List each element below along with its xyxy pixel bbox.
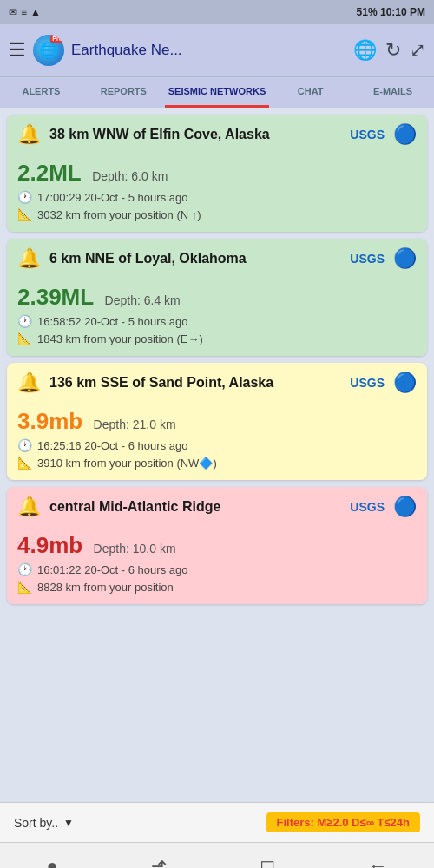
time-1: 17:00:29 20-Oct - 5 hours ago <box>37 191 187 204</box>
tab-emails[interactable]: E-MAILS <box>352 77 434 108</box>
header: ☰ 🌐 Pro Earthquake Ne... 🌐 ↻ ⤢ <box>0 24 434 76</box>
earthquake-card-1[interactable]: 🔔 38 km WNW of Elfin Cove, Alaska USGS 🔵… <box>7 115 427 232</box>
magnitude-1: 2.2ML <box>17 160 82 186</box>
tab-bar: ALERTS REPORTS SEISMIC NETWORKS CHAT E-M… <box>0 76 434 108</box>
earthquake-alert-icon-1: 🔔 <box>17 123 41 146</box>
sort-label: Sort by.. <box>14 816 58 830</box>
earthquake-list: 🔔 38 km WNW of Elfin Cove, Alaska USGS 🔵… <box>0 108 434 802</box>
sort-filter-bar: Sort by.. ▼ Filters: M≥2.0 D≤∞ T≤24h <box>0 802 434 842</box>
time-4: 16:01:22 20-Oct - 6 hours ago <box>37 563 187 576</box>
distance-3: 3910 km from your position (NW🔷) <box>37 457 217 470</box>
depth-2: Depth: 6.4 km <box>105 293 181 307</box>
location-icon-4: 📐 <box>17 580 32 594</box>
clock-icon-3: 🕐 <box>17 438 32 452</box>
clock-icon-1: 🕐 <box>17 190 32 204</box>
earthquake-title-3: 136 km SSE of Sand Point, Alaska <box>49 375 341 391</box>
earthquake-card-3[interactable]: 🔔 136 km SSE of Sand Point, Alaska USGS … <box>7 363 427 480</box>
battery-text: 51% 10:10 PM <box>357 6 425 18</box>
app-logo: 🌐 Pro <box>33 35 64 66</box>
distance-1: 3032 km from your position (N ↑) <box>37 208 201 221</box>
earthquake-title-4: central Mid-Atlantic Ridge <box>49 499 341 515</box>
globe-icon[interactable]: 🌐 <box>353 39 377 62</box>
share-button-2[interactable]: 🔵 <box>393 247 417 270</box>
share-button-1[interactable]: 🔵 <box>393 123 417 146</box>
time-3: 16:25:16 20-Oct - 6 hours ago <box>37 439 187 452</box>
distance-4: 8828 km from your position <box>37 581 174 594</box>
magnitude-3: 3.9mb <box>17 408 82 434</box>
magnitude-4: 4.9mb <box>17 532 82 558</box>
earthquake-alert-icon-4: 🔔 <box>17 496 41 518</box>
hamburger-menu-button[interactable]: ☰ <box>9 39 26 62</box>
refresh-icon[interactable]: ↻ <box>385 39 401 62</box>
earthquake-card-2[interactable]: 🔔 6 km NNE of Loyal, Oklahoma USGS 🔵 2.3… <box>7 239 427 356</box>
hamburger-icon: ☰ <box>9 39 26 61</box>
time-2: 16:58:52 20-Oct - 5 hours ago <box>37 315 187 328</box>
distance-2: 1843 km from your position (E→) <box>37 332 203 345</box>
tab-reports[interactable]: REPORTS <box>82 77 165 108</box>
mail-icon: ✉ <box>9 6 17 18</box>
filter-text-rest: D≤∞ T≤24h <box>349 816 411 829</box>
clock-icon-4: 🕐 <box>17 562 32 576</box>
status-bar: ✉ ≡ ▲ 51% 10:10 PM <box>0 0 434 24</box>
tab-seismic-networks[interactable]: SEISMIC NETWORKS <box>165 77 269 108</box>
pro-badge: Pro <box>50 35 64 43</box>
location-icon-1: 📐 <box>17 207 32 221</box>
back-nav-icon[interactable]: ← <box>368 855 387 869</box>
share-button-3[interactable]: 🔵 <box>393 372 417 394</box>
filter-badge[interactable]: Filters: M≥2.0 D≤∞ T≤24h <box>266 812 421 832</box>
earthquake-source-1[interactable]: USGS <box>350 128 385 141</box>
depth-3: Depth: 21.0 km <box>94 418 176 431</box>
nav-bar: ● ⬏ ◻ ← <box>0 842 434 868</box>
header-action-icons: 🌐 ↻ ⤢ <box>353 39 425 62</box>
magnitude-2: 2.39ML <box>17 284 94 310</box>
filter-magnitude: 2.0 <box>332 816 348 829</box>
tab-chat[interactable]: CHAT <box>269 77 352 108</box>
earthquake-source-3[interactable]: USGS <box>350 376 385 390</box>
app-title: Earthquake Ne... <box>71 42 346 59</box>
sort-dropdown-icon[interactable]: ▼ <box>63 817 74 829</box>
earthquake-card-4[interactable]: 🔔 central Mid-Atlantic Ridge USGS 🔵 4.9m… <box>7 487 427 604</box>
earthquake-source-4[interactable]: USGS <box>350 500 385 514</box>
earthquake-alert-icon-3: 🔔 <box>17 372 41 394</box>
earthquake-alert-icon-2: 🔔 <box>17 247 41 270</box>
home-nav-icon[interactable]: ● <box>47 855 58 869</box>
earthquake-title-2: 6 km NNE of Loyal, Oklahoma <box>49 251 341 266</box>
menu-status-icon: ≡ <box>21 6 27 18</box>
signal-icon: ▲ <box>30 6 41 18</box>
share-button-4[interactable]: 🔵 <box>393 496 417 518</box>
earthquake-title-1: 38 km WNW of Elfin Cove, Alaska <box>49 127 341 142</box>
depth-1: Depth: 6.0 km <box>92 169 168 183</box>
overview-nav-icon[interactable]: ◻ <box>260 855 275 869</box>
clock-icon-2: 🕐 <box>17 314 32 328</box>
depth-4: Depth: 10.0 km <box>94 542 176 556</box>
sort-selector[interactable]: Sort by.. ▼ <box>14 816 74 830</box>
status-left-icons: ✉ ≡ ▲ <box>9 6 41 18</box>
filter-text-prefix: Filters: M≥ <box>277 816 333 829</box>
earthquake-source-2[interactable]: USGS <box>350 252 385 266</box>
recent-apps-nav-icon[interactable]: ⬏ <box>151 855 167 869</box>
location-icon-3: 📐 <box>17 456 32 470</box>
expand-icon[interactable]: ⤢ <box>410 39 425 62</box>
location-icon-2: 📐 <box>17 332 32 345</box>
status-right: 51% 10:10 PM <box>357 6 425 18</box>
tab-alerts[interactable]: ALERTS <box>0 77 82 108</box>
